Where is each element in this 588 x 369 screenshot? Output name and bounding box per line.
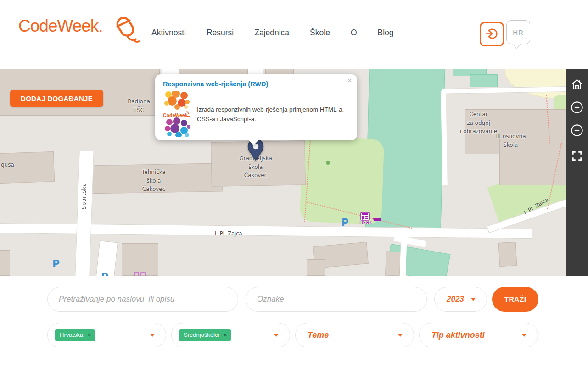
zoom-out-icon <box>571 124 583 138</box>
map-building <box>498 242 517 267</box>
shop-awning-icon <box>373 215 382 223</box>
activity-type-filter-dropdown[interactable]: Tip aktivnosti <box>419 323 538 347</box>
mouse-icon <box>103 17 140 46</box>
nav-item-zajednica[interactable]: Zajednica <box>254 28 289 38</box>
fullscreen-icon <box>571 150 583 163</box>
language-code: HR <box>513 28 524 36</box>
map-road-sportska <box>75 151 94 276</box>
country-tag: Hrvatska × <box>55 329 95 341</box>
map-road <box>441 91 448 185</box>
map-building <box>0 250 10 276</box>
home-icon <box>571 78 583 92</box>
map-label-gusa: gusa <box>1 161 24 169</box>
remove-tag-icon[interactable]: × <box>88 332 91 338</box>
logo-text: CodeWeek. <box>18 17 103 36</box>
activity-type-label: Tip aktivnosti <box>431 330 485 340</box>
login-icon <box>486 28 498 41</box>
codeweek-logo[interactable]: CodeWeek. <box>18 17 140 46</box>
chevron-down-icon <box>274 334 279 337</box>
year-dropdown[interactable]: 2023 <box>434 287 487 312</box>
parking-icon: P <box>52 258 60 269</box>
nav-item-resursi[interactable]: Resursi <box>207 28 234 38</box>
map-label-radiona: Radiona TŠČ <box>117 97 161 114</box>
nav-item-aktivnosti[interactable]: Aktivnosti <box>151 28 186 38</box>
themes-label: Teme <box>308 330 329 340</box>
map-building <box>307 259 325 276</box>
thumbnail-logo-text: CodeWeek. <box>163 112 189 118</box>
street-label-sportska: Sportska <box>81 183 87 209</box>
country-filter-dropdown[interactable]: Hrvatska × <box>47 323 166 347</box>
chevron-down-icon <box>150 334 155 337</box>
search-section: 2023 TRAŽI Hrvatska × Srednjoškolci × Te… <box>0 276 588 369</box>
language-selector[interactable]: HR <box>506 20 530 44</box>
nav-item-blog[interactable]: Blog <box>378 28 394 38</box>
search-submit-button[interactable]: TRAŽI <box>492 287 538 312</box>
poi-label-tisak: Tisak <box>358 219 372 225</box>
event-thumbnail: CodeWeek. <box>163 91 191 139</box>
zoom-in-icon <box>571 101 583 115</box>
home-button[interactable] <box>566 75 588 95</box>
zoom-out-button[interactable] <box>566 121 588 140</box>
event-title[interactable]: Responzivna web-rješenja (RWD) <box>163 80 349 88</box>
map-label-tehnicka: Tehnička škola Čakovec <box>129 168 179 194</box>
fullscreen-button[interactable] <box>566 147 588 166</box>
remove-tag-icon[interactable]: × <box>224 332 227 338</box>
main-nav: Aktivnosti Resursi Zajednica Škole O Blo… <box>151 28 394 38</box>
year-value: 2023 <box>447 295 464 304</box>
event-popup: × Responzivna web-rješenja (RWD) CodeWee… <box>155 74 357 140</box>
audience-tag-label: Srednjoškolci <box>184 331 219 338</box>
map-road <box>400 240 407 276</box>
header: CodeWeek. Aktivnosti Resursi Zajednica Š… <box>0 0 588 69</box>
codeweek-page: CodeWeek. Aktivnosti Resursi Zajednica Š… <box>0 0 588 369</box>
zoom-in-button[interactable] <box>566 98 588 117</box>
tags-input[interactable] <box>246 287 427 312</box>
map-pitch-small2 <box>470 74 498 87</box>
login-button[interactable] <box>480 22 504 46</box>
map-pin-icon <box>247 154 264 162</box>
themes-filter-dropdown[interactable]: Teme <box>295 323 414 347</box>
nav-item-skole[interactable]: Škole <box>310 28 330 38</box>
map-building <box>385 251 401 276</box>
country-tag-label: Hrvatska <box>60 331 83 338</box>
street-label-zajca: I. Pl. Zajca <box>215 230 242 237</box>
chevron-down-icon <box>471 298 476 301</box>
nav-item-o[interactable]: O <box>351 28 357 38</box>
chevron-down-icon <box>522 334 526 337</box>
parking-icon: P <box>342 217 348 228</box>
search-input[interactable] <box>47 287 238 312</box>
add-event-button[interactable]: DODAJ DOGAĐANJE <box>10 90 103 107</box>
poi-icon-partial <box>134 271 146 276</box>
chevron-down-icon <box>398 334 403 337</box>
audience-filter-dropdown[interactable]: Srednjoškolci × <box>171 323 290 347</box>
parking-icon: P <box>101 271 108 276</box>
audience-tag: Srednjoškolci × <box>179 329 231 341</box>
close-icon[interactable]: × <box>347 77 352 84</box>
map-canvas[interactable]: Radiona TŠČ Tehnička škola Čakovec Gradi… <box>0 69 588 276</box>
map-label-osnovna: III osnovna škola <box>484 132 538 149</box>
map-tree-dot <box>326 161 330 165</box>
map-control-bar <box>566 69 588 276</box>
event-description: Izrada responzivnih web-rješenja primjen… <box>197 105 349 124</box>
